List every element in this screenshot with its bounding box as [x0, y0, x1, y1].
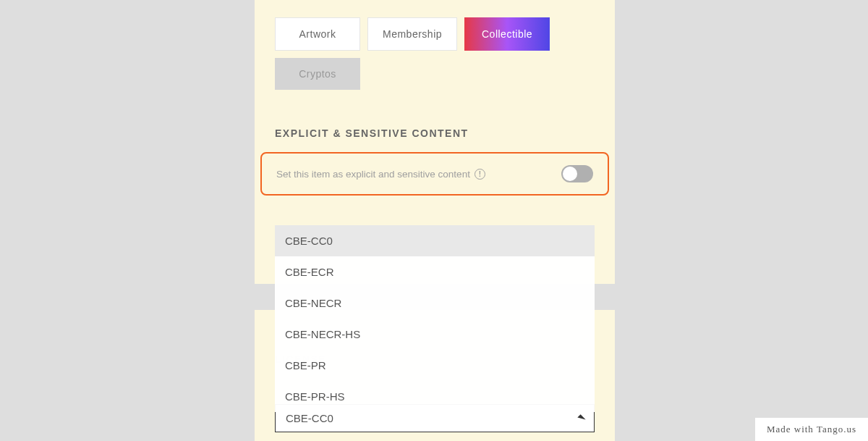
dropdown-option[interactable]: CBE-PR-HS — [275, 381, 595, 412]
explicit-content-row: Set this item as explicit and sensitive … — [260, 152, 609, 196]
dropdown-option[interactable]: CBE-ECR — [275, 256, 595, 287]
explicit-section-title: EXPLICIT & SENSITIVE CONTENT — [255, 90, 615, 152]
explicit-toggle[interactable] — [561, 165, 593, 182]
dropdown-option[interactable]: CBE-NECR-HS — [275, 319, 595, 350]
license-selected-value: CBE-CC0 — [286, 412, 333, 424]
category-artwork[interactable]: Artwork — [275, 17, 360, 51]
license-dropdown-list: CBE-CC0 CBE-ECR CBE-NECR CBE-NECR-HS CBE… — [275, 225, 595, 412]
category-collectible[interactable]: Collectible — [464, 17, 550, 51]
category-membership[interactable]: Membership — [367, 17, 457, 51]
toggle-knob — [563, 167, 577, 181]
explicit-label-text: Set this item as explicit and sensitive … — [276, 169, 470, 180]
category-cryptos[interactable]: Cryptos — [275, 58, 360, 90]
category-buttons: Artwork Membership Collectible Cryptos — [255, 0, 615, 90]
dropdown-option[interactable]: CBE-CC0 — [275, 225, 595, 256]
info-icon[interactable]: ! — [475, 169, 485, 180]
dropdown-arrow-icon — [577, 414, 585, 422]
dropdown-option[interactable]: CBE-PR — [275, 350, 595, 381]
dropdown-option[interactable]: CBE-NECR — [275, 287, 595, 319]
watermark: Made with Tango.us — [755, 418, 868, 441]
explicit-label: Set this item as explicit and sensitive … — [276, 169, 485, 180]
